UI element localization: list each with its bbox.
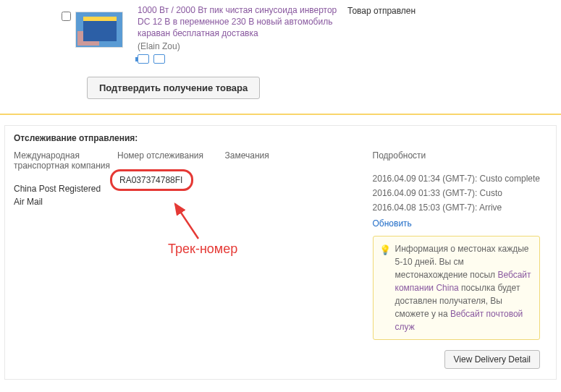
product-title-link[interactable]: 1000 Вт / 2000 Вт пик чистая синусоида и… <box>138 4 340 40</box>
col-header-details: Подробности <box>373 150 540 161</box>
tracking-number: RA037374788FI <box>110 169 193 191</box>
divider-line <box>0 114 561 115</box>
lightbulb-icon: 💡 <box>379 243 391 257</box>
seller-name: (Elain Zou) <box>138 41 340 51</box>
view-detail-row: View Delivery Detail <box>14 340 547 369</box>
product-thumbnail[interactable] <box>75 12 123 48</box>
tracking-company: China Post Registered Air Mail <box>14 182 110 208</box>
tracking-table: Международная транспортная компания Chin… <box>14 150 547 340</box>
product-row: 1000 Вт / 2000 Вт пик чистая синусоида и… <box>0 4 561 71</box>
tracking-panel: Отслеживание отправления: Международная … <box>4 125 557 380</box>
detail-line: 2016.04.08 15:03 (GMT-7): Arrive <box>373 201 540 214</box>
confirm-row: Подтвердить получение товара <box>0 71 561 114</box>
package-icon <box>153 54 165 64</box>
detail-line: 2016.04.09 01:33 (GMT-7): Custo <box>373 187 540 200</box>
truck-icon <box>138 54 149 64</box>
annotation-label: Трек-номер <box>168 242 237 257</box>
order-top-section: 1000 Вт / 2000 Вт пик чистая синусоида и… <box>0 0 561 114</box>
product-shipping-icons <box>138 54 340 64</box>
order-status: Товар отправлен <box>347 4 492 16</box>
confirm-receipt-button[interactable]: Подтвердить получение товара <box>87 77 260 99</box>
tracking-info-box: 💡 Информация о местонах каждые 5-10 дней… <box>373 236 540 340</box>
product-info: 1000 Вт / 2000 Вт пик чистая синусоида и… <box>130 4 347 64</box>
col-header-notes: Замечания <box>225 150 366 161</box>
detail-line: 2016.04.09 01:34 (GMT-7): Custo complete <box>373 172 540 185</box>
tracking-panel-title: Отслеживание отправления: <box>14 133 547 143</box>
tracking-details: 2016.04.09 01:34 (GMT-7): Custo complete… <box>373 172 540 340</box>
product-checkbox[interactable] <box>62 12 71 21</box>
refresh-link[interactable]: Обновить <box>373 217 412 230</box>
view-delivery-detail-button[interactable]: View Delivery Detail <box>444 350 540 369</box>
tracking-number-cell: RA037374788FI <box>117 172 218 191</box>
col-header-number: Номер отслеживания <box>117 150 218 161</box>
product-checkbox-cell <box>0 4 130 48</box>
col-header-company: Международная транспортная компания <box>14 150 110 171</box>
